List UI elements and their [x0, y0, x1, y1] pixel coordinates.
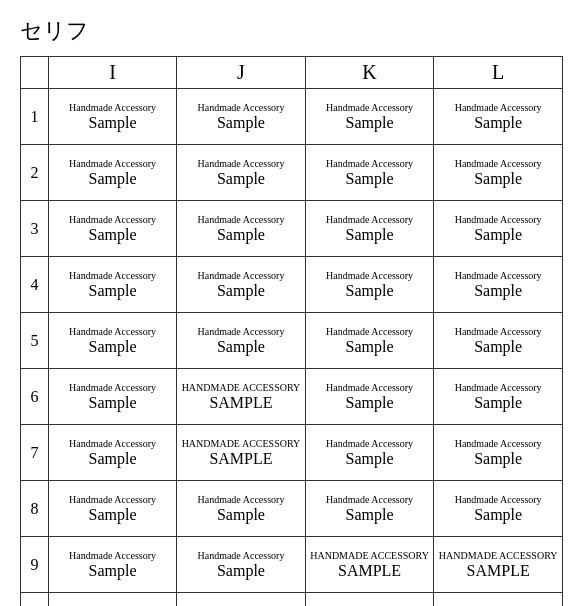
cell-top-label: Handmade Accessory [53, 382, 172, 394]
cell-main-text: Sample [438, 338, 558, 356]
cell-top-label: HANDMADE ACCESSORY [310, 550, 430, 562]
cell-main-text: Sample [438, 394, 558, 412]
table-row: HANDMADE ACCESSORYSAMPLE [434, 537, 563, 593]
cell-main-text: Sample [181, 282, 301, 300]
cell-main-text: Sample [310, 114, 430, 132]
table-row: Handmade AccessorySample [305, 369, 434, 425]
cell-main-text: Sample [181, 562, 301, 580]
table-row: Handmade AccessorySample [177, 593, 306, 607]
table-row: Handmade AccessorySample [305, 593, 434, 607]
table-row: Handmade AccessorySample [434, 145, 563, 201]
table-row: Handmade AccessorySample [434, 481, 563, 537]
table-row: Handmade AccessorySample [305, 257, 434, 313]
cell-top-label: Handmade Accessory [310, 102, 430, 114]
cell-top-label: Handmade Accessory [53, 102, 172, 114]
row-number: 5 [21, 313, 49, 369]
table-row: HANDMADE ACCESSORYSAMPLE [305, 537, 434, 593]
page-title: セリフ [20, 16, 563, 46]
cell-top-label: Handmade Accessory [53, 550, 172, 562]
row-number: 1 [21, 89, 49, 145]
row-number: 8 [21, 481, 49, 537]
cell-main-text: Sample [181, 114, 301, 132]
row-number: 2 [21, 145, 49, 201]
col-header-L: L [434, 57, 563, 89]
cell-top-label: Handmade Accessory [310, 214, 430, 226]
cell-main-text: Sample [53, 394, 172, 412]
table-row: Handmade AccessorySample [48, 89, 176, 145]
cell-main-text: Sample [438, 170, 558, 188]
cell-top-label: Handmade Accessory [438, 382, 558, 394]
cell-main-text: Sample [53, 506, 172, 524]
row-number: 7 [21, 425, 49, 481]
table-row: Handmade AccessorySample [305, 481, 434, 537]
table-row: Handmade AccessorySample [48, 481, 176, 537]
cell-top-label: Handmade Accessory [310, 494, 430, 506]
table-row: Handmade AccessorySample [177, 89, 306, 145]
cell-top-label: HANDMADE ACCESSORY [181, 438, 301, 450]
row-number: 6 [21, 369, 49, 425]
cell-top-label: Handmade Accessory [438, 438, 558, 450]
cell-top-label: Handmade Accessory [53, 158, 172, 170]
cell-top-label: Handmade Accessory [310, 326, 430, 338]
table-row: Handmade AccessorySample [48, 201, 176, 257]
cell-main-text: Sample [181, 170, 301, 188]
cell-top-label: Handmade Accessory [53, 494, 172, 506]
table-row: Handmade AccessorySample [177, 481, 306, 537]
cell-main-text: SAMPLE [181, 450, 301, 468]
table-row: Handmade AccessorySample [48, 369, 176, 425]
cell-main-text: Sample [181, 226, 301, 244]
cell-main-text: Sample [181, 338, 301, 356]
cell-main-text: Sample [53, 114, 172, 132]
cell-main-text: Sample [53, 226, 172, 244]
table-row: Handmade AccessorySample [177, 537, 306, 593]
cell-top-label: Handmade Accessory [181, 270, 301, 282]
table-row: Handmade AccessorySample [48, 425, 176, 481]
table-row: Handmade AccessorySample [177, 313, 306, 369]
row-number: 10 [21, 593, 49, 607]
table-row: Handmade AccessorySample [434, 257, 563, 313]
table-row: Handmade AccessorySample [305, 425, 434, 481]
cell-main-text: Sample [310, 282, 430, 300]
table-row: Handmade AccessorySample [434, 313, 563, 369]
cell-main-text: Sample [53, 450, 172, 468]
cell-main-text: Sample [310, 506, 430, 524]
cell-top-label: Handmade Accessory [310, 438, 430, 450]
cell-main-text: Sample [53, 562, 172, 580]
table-row: Handmade AccessorySample [48, 537, 176, 593]
cell-top-label: Handmade Accessory [53, 270, 172, 282]
table-row: HANDMADE ACCESSORYSAMPLE [177, 369, 306, 425]
table-row: Handmade AccessorySample [434, 201, 563, 257]
table-row: Handmade AccessorySample [434, 593, 563, 607]
table-row: Handmade AccessorySample [48, 313, 176, 369]
cell-top-label: Handmade Accessory [181, 550, 301, 562]
cell-top-label: Handmade Accessory [181, 214, 301, 226]
cell-main-text: Sample [438, 506, 558, 524]
cell-main-text: Sample [181, 506, 301, 524]
row-number: 4 [21, 257, 49, 313]
cell-top-label: HANDMADE ACCESSORY [438, 550, 558, 562]
cell-top-label: Handmade Accessory [181, 102, 301, 114]
table-row: HANDMADE ACCESSORYSAMPLE [177, 425, 306, 481]
cell-top-label: Handmade Accessory [53, 214, 172, 226]
table-row: Handmade AccessorySample [305, 145, 434, 201]
row-number: 3 [21, 201, 49, 257]
table-row: Handmade AccessorySample [48, 593, 176, 607]
cell-main-text: Sample [438, 450, 558, 468]
table-row: Handmade AccessorySample [305, 89, 434, 145]
table-row: Handmade AccessorySample [305, 201, 434, 257]
table-row: Handmade AccessorySample [48, 257, 176, 313]
cell-top-label: Handmade Accessory [438, 270, 558, 282]
cell-main-text: Sample [310, 450, 430, 468]
table-row: Handmade AccessorySample [434, 89, 563, 145]
table-row: Handmade AccessorySample [305, 313, 434, 369]
cell-main-text: Sample [310, 338, 430, 356]
cell-top-label: Handmade Accessory [53, 326, 172, 338]
cell-top-label: HANDMADE ACCESSORY [181, 382, 301, 394]
cell-main-text: SAMPLE [438, 562, 558, 580]
cell-top-label: Handmade Accessory [438, 102, 558, 114]
cell-top-label: Handmade Accessory [53, 438, 172, 450]
cell-main-text: Sample [438, 114, 558, 132]
font-sample-table: I J K L 1Handmade AccessorySampleHandmad… [20, 56, 563, 606]
cell-main-text: SAMPLE [181, 394, 301, 412]
table-row: Handmade AccessorySample [177, 257, 306, 313]
